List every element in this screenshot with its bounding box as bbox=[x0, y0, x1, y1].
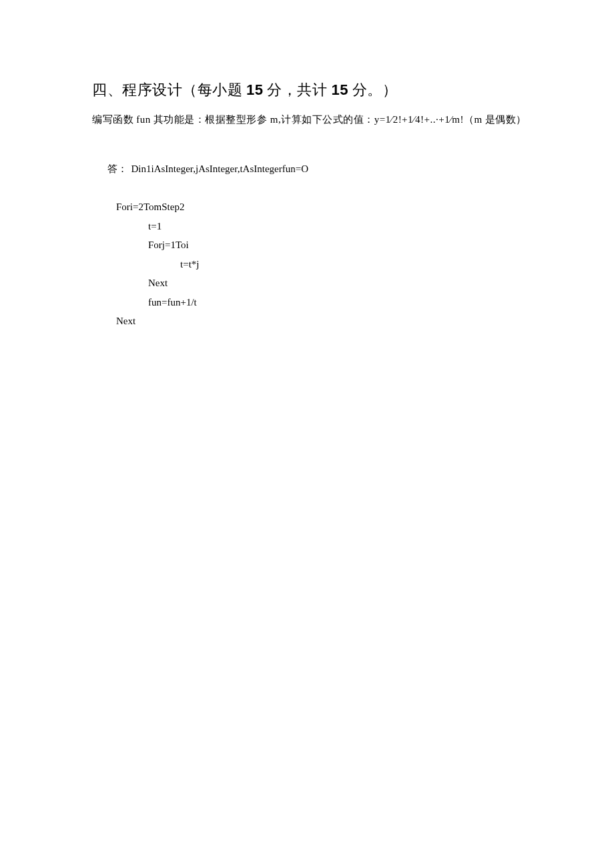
heading-suffix: 分。） bbox=[348, 81, 398, 98]
answer-label: 答： bbox=[107, 159, 131, 179]
code-line: t=t*j bbox=[180, 259, 199, 270]
code-line: fun=fun+1/t bbox=[148, 297, 197, 308]
heading-points-2: 15 bbox=[331, 81, 348, 98]
code-line: t=1 bbox=[148, 221, 162, 232]
code-line: Next bbox=[116, 316, 135, 326]
answer-line-5: Next bbox=[92, 274, 527, 293]
problem-statement: 编写函数 fun 其功能是：根据整型形参 m,计算如下公式的值：y=1⁄2!+1… bbox=[92, 111, 527, 127]
answer-line-7: Next bbox=[92, 312, 527, 331]
code-line: Din1iAsInteger,jAsInteger,tAsIntegerfun=… bbox=[131, 163, 309, 174]
answer-line-3: Forj=1Toi bbox=[92, 236, 527, 255]
answer-block: 答：Din1iAsInteger,jAsInteger,tAsIntegerfu… bbox=[92, 141, 527, 331]
code-line: Next bbox=[148, 278, 168, 288]
heading-mid: 分，共计 bbox=[263, 81, 331, 98]
answer-line-4: t=t*j bbox=[92, 255, 527, 274]
answer-line-2: t=1 bbox=[92, 217, 527, 236]
heading-prefix: 四、程序设计（每小题 bbox=[92, 81, 246, 98]
code-line: Forj=1Toi bbox=[148, 240, 189, 250]
section-heading: 四、程序设计（每小题 15 分，共计 15 分。） bbox=[92, 80, 527, 101]
heading-points-1: 15 bbox=[246, 81, 263, 98]
code-line: Fori=2TomStep2 bbox=[116, 201, 184, 212]
answer-line-1: Fori=2TomStep2 bbox=[92, 197, 527, 217]
answer-line-0: 答：Din1iAsInteger,jAsInteger,tAsIntegerfu… bbox=[92, 141, 527, 198]
answer-line-6: fun=fun+1/t bbox=[92, 293, 527, 312]
document-page: 四、程序设计（每小题 15 分，共计 15 分。） 编写函数 fun 其功能是：… bbox=[0, 0, 614, 331]
